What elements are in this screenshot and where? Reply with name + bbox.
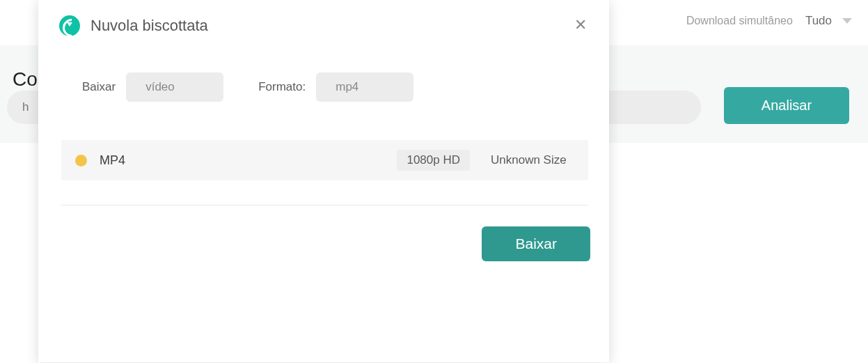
- simultaneous-dropdown[interactable]: Tudo: [800, 10, 858, 31]
- close-icon: ✕: [574, 17, 587, 33]
- download-type-label: Baixar: [82, 80, 116, 94]
- radio-selected-icon: [75, 155, 87, 167]
- format-option-row[interactable]: MP4 1080p HD Unknown Size: [61, 140, 588, 180]
- url-input-text: h: [22, 100, 29, 114]
- file-size: Unknown Size: [491, 153, 574, 167]
- quality-badge: 1080p HD: [397, 150, 470, 171]
- modal-title: Nuvola biscottata: [90, 17, 208, 35]
- divider: [61, 205, 588, 206]
- simultaneous-download-label: Download simultâneo: [686, 15, 793, 27]
- download-button[interactable]: Baixar: [482, 226, 590, 261]
- app-logo-icon: [59, 15, 80, 36]
- dropdown-value: Tudo: [805, 14, 832, 28]
- chevron-down-icon: [842, 18, 852, 24]
- download-modal: Nuvola biscottata ✕ Baixar vídeo Formato…: [38, 0, 609, 362]
- analyze-button[interactable]: Analisar: [724, 87, 849, 124]
- format-name: MP4: [100, 153, 397, 168]
- download-type-select[interactable]: vídeo: [126, 72, 223, 102]
- format-select[interactable]: mp4: [316, 72, 413, 102]
- format-label: Formato:: [258, 80, 306, 94]
- close-button[interactable]: ✕: [573, 17, 588, 33]
